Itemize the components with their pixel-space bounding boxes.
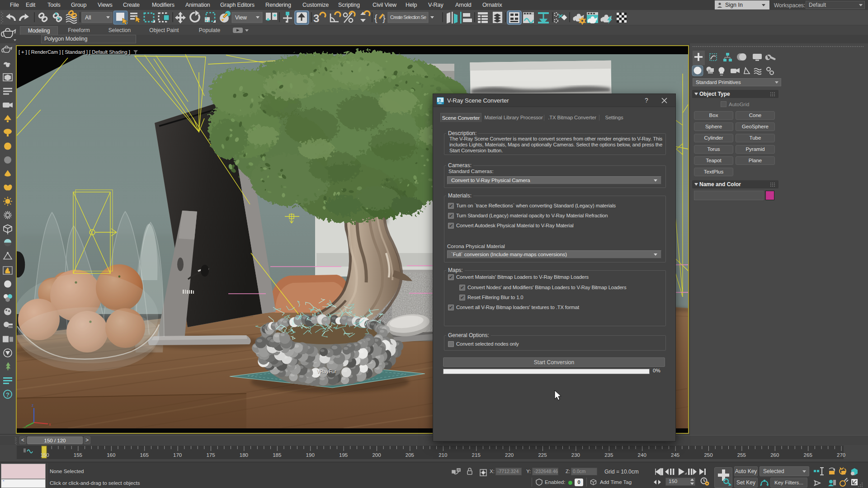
svg-text:170: 170 xyxy=(173,452,182,458)
svg-text:175: 175 xyxy=(206,452,215,458)
svg-text:205: 205 xyxy=(406,452,414,458)
svg-text:All: All xyxy=(85,14,91,21)
svg-text:250: 250 xyxy=(704,452,712,458)
svg-text:View: View xyxy=(235,14,247,21)
svg-text:Create Selection Se: Create Selection Se xyxy=(390,14,426,20)
svg-text:195: 195 xyxy=(339,452,348,458)
svg-text:270: 270 xyxy=(837,452,845,458)
svg-text:185: 185 xyxy=(273,452,281,458)
svg-text:245: 245 xyxy=(671,452,679,458)
svg-text:225: 225 xyxy=(538,452,547,458)
svg-text:230: 230 xyxy=(571,452,580,458)
svg-text:220: 220 xyxy=(505,452,514,458)
svg-text:160: 160 xyxy=(107,452,115,458)
svg-text:210: 210 xyxy=(439,452,447,458)
svg-text:x: x xyxy=(49,422,51,427)
svg-text:150: 150 xyxy=(40,452,49,458)
svg-text:?: ? xyxy=(6,391,9,398)
svg-text:3: 3 xyxy=(313,12,319,24)
svg-text:MAX: MAX xyxy=(438,102,442,104)
svg-text:235: 235 xyxy=(604,452,613,458)
svg-text:265: 265 xyxy=(804,452,812,458)
svg-text:215: 215 xyxy=(472,452,481,458)
svg-text:180: 180 xyxy=(240,452,248,458)
svg-text:{: { xyxy=(374,13,377,23)
svg-text:155: 155 xyxy=(74,452,82,458)
svg-text:240: 240 xyxy=(638,452,646,458)
svg-text:190: 190 xyxy=(306,452,315,458)
svg-text:255: 255 xyxy=(737,452,746,458)
svg-text:[ + ] [ RenderCam ] [ Standard: [ + ] [ RenderCam ] [ Standard ] [ Defau… xyxy=(19,49,130,55)
svg-text:165: 165 xyxy=(140,452,149,458)
svg-text:z: z xyxy=(32,403,34,408)
svg-text:200: 200 xyxy=(372,452,381,458)
svg-text:260: 260 xyxy=(770,452,779,458)
svg-text:VRayFur: VRayFur xyxy=(316,369,336,374)
